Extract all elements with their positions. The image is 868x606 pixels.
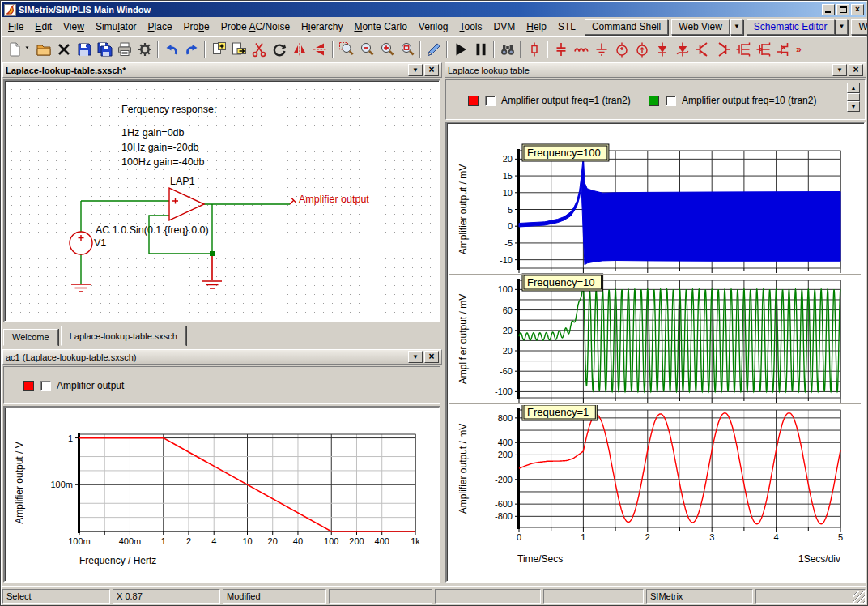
- flip-horizontal-icon[interactable]: [309, 40, 330, 59]
- schematic-panel-close-button[interactable]: ×: [424, 64, 439, 76]
- ac-plot-panel[interactable]: 1100m100m400m1241020401002004001kAmplifi…: [3, 406, 440, 583]
- legend-scrollbar[interactable]: ▲ ▼: [847, 83, 860, 113]
- source-ref-label[interactable]: V1: [94, 237, 106, 249]
- open-folder-icon[interactable]: [33, 40, 53, 59]
- opamp-ref-label[interactable]: LAP1: [170, 176, 195, 187]
- legend-label[interactable]: Amplifier output: [57, 380, 124, 391]
- scroll-up-button[interactable]: ▲: [847, 83, 860, 93]
- zoom-out-icon[interactable]: [356, 40, 377, 59]
- menu-simulator[interactable]: Simulator: [90, 19, 143, 35]
- wave-panel-menu-button[interactable]: ▼: [832, 64, 847, 76]
- menu-place[interactable]: Place: [143, 19, 178, 35]
- find-binoculars-icon[interactable]: [497, 40, 517, 59]
- pause-simulation-icon[interactable]: [470, 40, 491, 59]
- output-probe-label[interactable]: Amplifier output: [299, 194, 369, 205]
- maximize-button[interactable]: [836, 4, 849, 15]
- schematic-canvas[interactable]: Ferquency response: 1Hz gain=0db 10Hz ga…: [3, 79, 440, 322]
- schematic-annotation[interactable]: 100Hz gain=-40db: [121, 156, 205, 168]
- legend-checkbox[interactable]: [40, 381, 51, 391]
- new-dropdown-icon[interactable]: [24, 40, 33, 59]
- export-page-icon[interactable]: [228, 40, 249, 59]
- schematic-annotation[interactable]: Ferquency response:: [121, 104, 216, 115]
- probe-symbol[interactable]: [290, 198, 296, 205]
- place-pmos-transistor-icon[interactable]: [753, 40, 773, 59]
- menu-monte-carlo[interactable]: Monte Carlo: [348, 19, 412, 35]
- waveform-viewer-button[interactable]: Waveform Viewer: [851, 19, 868, 35]
- command-shell-button[interactable]: Command Shell: [585, 19, 668, 35]
- place-diode-icon[interactable]: [652, 40, 672, 59]
- zoom-extents-icon[interactable]: [397, 40, 417, 59]
- place-pnp-transistor-icon[interactable]: [713, 40, 733, 59]
- place-inductor-icon[interactable]: [571, 40, 591, 59]
- wave-panel-close-button[interactable]: ×: [849, 64, 863, 76]
- source-value-label[interactable]: AC 1 0 Sin(0 1 {freq} 0 0): [96, 224, 209, 236]
- scrollbar-thumb[interactable]: [847, 93, 860, 101]
- schematic-panel-menu-button[interactable]: ▼: [408, 64, 423, 76]
- settings-gear-icon[interactable]: [134, 40, 155, 59]
- legend-checkbox[interactable]: [485, 96, 496, 106]
- place-npn-transistor-icon[interactable]: [692, 40, 713, 59]
- voltage-probe-icon[interactable]: [524, 40, 544, 59]
- menu-dvm[interactable]: DVM: [488, 19, 521, 35]
- scroll-down-button[interactable]: ▼: [847, 101, 860, 112]
- schematic-editor-dropdown[interactable]: ▼: [836, 19, 849, 35]
- zoom-in-icon[interactable]: [377, 40, 397, 59]
- minimize-button[interactable]: [822, 4, 835, 15]
- schematic-panel-header[interactable]: Laplace-lookup-table.sxsch* ▼ ×: [2, 62, 442, 78]
- wire-pencil-icon[interactable]: [423, 40, 444, 59]
- tab-laplace-lookup-table-sxsch[interactable]: Laplace-lookup-table.sxsch: [61, 326, 186, 346]
- menu-verilog[interactable]: Verilog: [413, 19, 454, 35]
- save-icon[interactable]: [74, 40, 94, 59]
- place-current-source-icon[interactable]: [632, 40, 652, 59]
- web-view-button[interactable]: Web View: [671, 19, 730, 35]
- place-ground-icon[interactable]: [591, 40, 611, 59]
- place-nmos-transistor-icon[interactable]: [733, 40, 753, 59]
- flip-vertical-icon[interactable]: [289, 40, 309, 59]
- ac-panel-close-button[interactable]: ×: [424, 351, 439, 363]
- voltage-source-symbol[interactable]: [70, 232, 92, 254]
- legend-label[interactable]: Amplifier output freq=10 (tran2): [682, 95, 816, 106]
- close-button[interactable]: ×: [851, 4, 864, 15]
- menu-probe[interactable]: Probe: [178, 19, 215, 35]
- ground-symbol[interactable]: [202, 256, 222, 288]
- delete-icon[interactable]: [53, 40, 74, 59]
- menu-tools[interactable]: Tools: [454, 19, 488, 35]
- web-view-dropdown[interactable]: ▼: [730, 19, 743, 35]
- redo-icon[interactable]: [181, 40, 202, 59]
- copy-page-icon[interactable]: [208, 40, 228, 59]
- transient-plots[interactable]: 20151050-5-10Frequency=100Amplifier outp…: [447, 123, 864, 583]
- schematic-editor-button[interactable]: Schematic Editor: [747, 19, 835, 35]
- undo-icon[interactable]: [161, 40, 181, 59]
- print-icon[interactable]: [114, 40, 134, 59]
- ac-frequency-response-plot[interactable]: 1100m100m400m1241020401002004001kAmplifi…: [5, 408, 439, 583]
- place-zener-diode-icon[interactable]: [672, 40, 692, 59]
- menu-file[interactable]: File: [2, 19, 29, 35]
- opamp-symbol[interactable]: [169, 188, 204, 220]
- new-document-icon[interactable]: [4, 40, 24, 59]
- menu-probe-ac-noise[interactable]: Probe AC/Noise: [215, 19, 296, 35]
- ac-panel-header[interactable]: ac1 (Laplace-lookup-table.sxsch) ▼ ×: [2, 349, 442, 365]
- title-bar[interactable]: SIMetrix/SIMPLIS Main Window ×: [2, 2, 866, 17]
- legend-checkbox[interactable]: [666, 96, 676, 106]
- menu-help[interactable]: Help: [521, 19, 552, 35]
- toolbar-overflow-button[interactable]: »: [794, 44, 804, 55]
- place-jfet-transistor-icon[interactable]: [773, 40, 794, 59]
- menu-stl[interactable]: STL: [552, 19, 581, 35]
- schematic-annotation[interactable]: 10Hz gain=-20db: [121, 142, 199, 153]
- ac-panel-menu-button[interactable]: ▼: [408, 351, 423, 363]
- zoom-area-icon[interactable]: [336, 40, 356, 59]
- save-all-icon[interactable]: [94, 40, 114, 59]
- wave-panel-header[interactable]: Laplace lookup table ▼ ×: [445, 62, 866, 78]
- tab-welcome[interactable]: Welcome: [3, 329, 58, 346]
- ground-symbol[interactable]: [71, 284, 91, 292]
- place-voltage-source-icon[interactable]: [611, 40, 632, 59]
- run-simulation-icon[interactable]: [450, 40, 470, 59]
- schematic-annotation[interactable]: 1Hz gain=0db: [121, 127, 185, 139]
- cut-icon[interactable]: [249, 40, 269, 59]
- menu-hierarchy[interactable]: Hierarchy: [296, 19, 348, 35]
- wave-plot-panel[interactable]: 20151050-5-10Frequency=100Amplifier outp…: [445, 122, 866, 583]
- place-capacitor-icon[interactable]: [551, 40, 571, 59]
- menu-edit[interactable]: Edit: [29, 19, 57, 35]
- menu-view[interactable]: View: [57, 19, 90, 35]
- rotate-icon[interactable]: [269, 40, 289, 59]
